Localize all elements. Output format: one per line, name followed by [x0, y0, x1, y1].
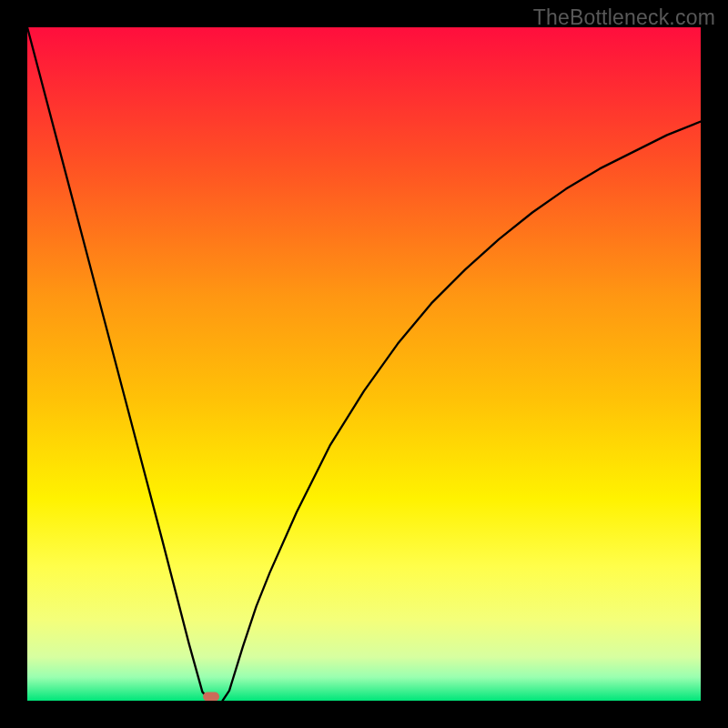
plot-area [27, 27, 701, 701]
watermark-text: TheBottleneck.com [533, 5, 715, 30]
chart-frame: TheBottleneck.com [0, 0, 728, 728]
optimum-marker [203, 693, 219, 701]
background-gradient [27, 27, 701, 701]
chart-svg [27, 27, 701, 701]
